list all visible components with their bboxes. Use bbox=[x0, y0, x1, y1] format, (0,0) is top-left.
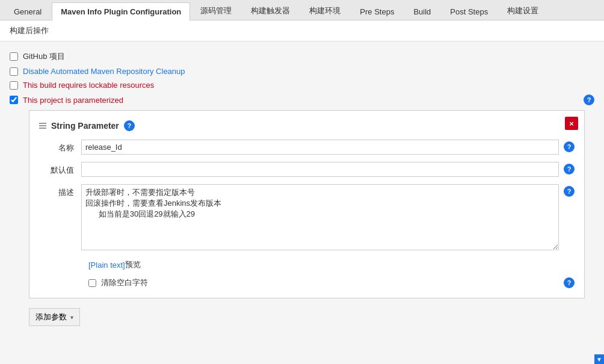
default-help-icon[interactable]: ? bbox=[564, 164, 575, 174]
checkbox-github-project[interactable] bbox=[10, 52, 18, 61]
tab-post-steps[interactable]: Post Steps bbox=[441, 2, 497, 20]
plain-text-link[interactable]: [Plain text] bbox=[88, 261, 125, 270]
param-block-header: String Parameter ? bbox=[39, 120, 575, 131]
plain-text-label: [Plain text] bbox=[88, 261, 125, 270]
default-field-row: 默认值 ? bbox=[39, 162, 575, 177]
checkbox-disable-maven-cleanup[interactable] bbox=[10, 67, 18, 76]
sub-header-text: 构建后操作 bbox=[10, 26, 49, 35]
drag-handle[interactable] bbox=[39, 123, 46, 129]
checkbox-lockable-resources[interactable] bbox=[10, 81, 18, 90]
description-help-icon[interactable]: ? bbox=[564, 186, 575, 197]
trim-checkbox[interactable] bbox=[88, 279, 96, 287]
checkbox-row-lockable-resources: This build requires lockable resources bbox=[10, 81, 594, 90]
checkboxes-section: GitHub 项目Disable Automated Maven Reposit… bbox=[10, 51, 594, 105]
checkbox-label-github-project: GitHub 项目 bbox=[23, 51, 65, 62]
checkbox-label-parameterized: This project is parameterized bbox=[23, 96, 123, 105]
default-label: 默认值 bbox=[39, 162, 81, 176]
tab-build-env[interactable]: 构建环境 bbox=[300, 1, 350, 20]
description-field-row: 描述 ? bbox=[39, 184, 575, 252]
default-input-wrap bbox=[81, 162, 559, 177]
name-input[interactable] bbox=[81, 140, 559, 155]
string-parameter-block: × String Parameter ? 名称 ? 默认值 ? bbox=[29, 110, 585, 298]
tab-pre-steps[interactable]: Pre Steps bbox=[351, 2, 403, 20]
checkbox-label-lockable-resources: This build requires lockable resources bbox=[23, 81, 154, 90]
checkbox-row-github-project: GitHub 项目 bbox=[10, 51, 594, 62]
name-label: 名称 bbox=[39, 140, 81, 153]
sub-header: 构建后操作 bbox=[0, 20, 604, 42]
close-icon: × bbox=[569, 119, 574, 128]
parameterized-help-icon[interactable]: ? bbox=[584, 94, 594, 105]
tab-build-trigger[interactable]: 构建触发器 bbox=[242, 1, 299, 20]
description-textarea[interactable] bbox=[81, 184, 559, 250]
scroll-down-icon: ▼ bbox=[596, 356, 602, 363]
scroll-indicator: ▼ bbox=[594, 354, 604, 364]
dropdown-arrow-icon: ▾ bbox=[70, 314, 73, 321]
description-label: 描述 bbox=[39, 184, 81, 198]
tab-general[interactable]: General bbox=[5, 2, 51, 20]
trim-left: 清除空白字符 bbox=[88, 277, 148, 288]
tab-build-settings[interactable]: 构建设置 bbox=[498, 1, 547, 20]
checkbox-label-disable-maven-cleanup: Disable Automated Maven Repository Clean… bbox=[23, 67, 185, 76]
close-button[interactable]: × bbox=[565, 117, 578, 130]
add-param-wrap: 添加参数 ▾ bbox=[29, 308, 594, 326]
description-input-wrap bbox=[81, 184, 559, 252]
checkbox-row-parameterized: This project is parameterized? bbox=[10, 94, 594, 105]
trim-row: 清除空白字符 ? bbox=[88, 277, 575, 288]
main-content: GitHub 项目Disable Automated Maven Reposit… bbox=[0, 42, 604, 364]
tab-source-mgmt[interactable]: 源码管理 bbox=[191, 1, 241, 20]
param-title-help-icon[interactable]: ? bbox=[124, 120, 135, 131]
param-block-title: String Parameter bbox=[51, 121, 119, 131]
name-help-icon[interactable]: ? bbox=[564, 141, 575, 152]
preview-label: 预览 bbox=[125, 259, 141, 270]
default-input[interactable] bbox=[81, 162, 559, 177]
trim-help-icon[interactable]: ? bbox=[564, 277, 575, 288]
add-param-label: 添加参数 bbox=[35, 312, 67, 322]
name-field-row: 名称 ? bbox=[39, 140, 575, 155]
checkbox-row-disable-maven-cleanup: Disable Automated Maven Repository Clean… bbox=[10, 67, 594, 76]
trim-label: 清除空白字符 bbox=[101, 277, 148, 288]
name-input-wrap bbox=[81, 140, 559, 155]
tab-bar: GeneralMaven Info Plugin Configuration源码… bbox=[0, 0, 604, 20]
tab-build[interactable]: Build bbox=[404, 2, 440, 20]
preview-row: [Plain text] 预览 bbox=[88, 259, 575, 270]
tab-maven-info[interactable]: Maven Info Plugin Configuration bbox=[52, 2, 190, 20]
add-param-button[interactable]: 添加参数 ▾ bbox=[29, 308, 80, 326]
checkbox-parameterized[interactable] bbox=[10, 96, 18, 104]
